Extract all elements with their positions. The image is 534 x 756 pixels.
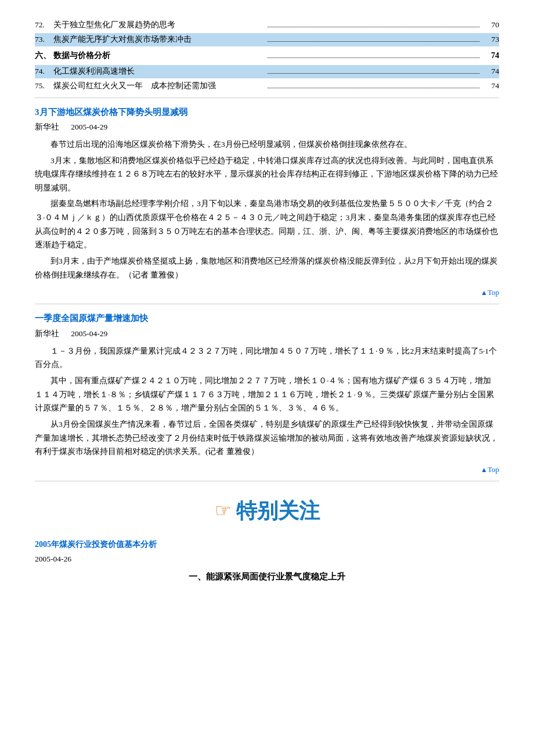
toc-section-six: 六、 数据与价格分析 74 bbox=[35, 49, 499, 63]
special-article-title: 2005年煤炭行业投资价值基本分析 bbox=[35, 538, 499, 552]
toc-item-74: 74. 化工煤炭利润高速增长 74 bbox=[35, 65, 499, 78]
toc-title-72: 关于独立型焦化厂发展趋势的思考 bbox=[53, 19, 265, 32]
toc-number-75: 75. bbox=[35, 80, 53, 93]
toc-page-73: 73 bbox=[482, 33, 499, 46]
article-source-2: 新华社 2005-04-29 bbox=[35, 327, 499, 341]
toc-page-75: 74 bbox=[482, 80, 499, 93]
special-notice-section: ☞ 特别关注 bbox=[35, 493, 499, 528]
article-para-2-1: 其中，国有重点煤矿产煤２４２１０万吨，同比增加２２７７万吨，增长１０·４％；国有… bbox=[35, 374, 499, 415]
top-arrow-1: ▲ bbox=[481, 289, 488, 297]
toc-title-73: 焦炭产能无序扩大对焦炭市场带来冲击 bbox=[53, 33, 265, 46]
toc-title-74: 化工煤炭利润高速增长 bbox=[53, 65, 265, 78]
toc-item-72: 72. 关于独立型焦化厂发展趋势的思考 70 bbox=[35, 19, 499, 32]
top-anchor-2[interactable]: Top bbox=[488, 465, 499, 474]
divider-1 bbox=[35, 98, 499, 98]
toc-number-72: 72. bbox=[35, 19, 53, 32]
toc-number-six: 六、 bbox=[35, 49, 53, 63]
article-body-2: １－３月份，我国原煤产量累计完成４２３２７万吨，同比增加４５０７万吨，增长了１１… bbox=[35, 344, 499, 459]
top-arrow-2: ▲ bbox=[481, 466, 488, 474]
divider-2 bbox=[35, 304, 499, 304]
top-link-1[interactable]: ▲Top bbox=[35, 286, 499, 299]
special-article-date: 2005-04-26 bbox=[35, 553, 499, 566]
article-para-2-2: 从3月份全国煤炭生产情况来看，春节过后，全国各类煤矿，特别是乡镇煤矿的原煤生产已… bbox=[35, 417, 499, 459]
toc-dots-six bbox=[268, 57, 479, 58]
toc-item-75: 75. 煤炭公司红红火火又一年 成本控制还需加强 74 bbox=[35, 80, 499, 93]
special-article-block: 2005年煤炭行业投资价值基本分析 2005-04-26 一、能源紧张局面使行业… bbox=[35, 538, 499, 584]
article-date-1: 2005-04-29 bbox=[71, 123, 107, 131]
toc-dots-75 bbox=[268, 88, 479, 88]
special-notice-icon: ☞ bbox=[215, 495, 232, 526]
toc-page-74: 74 bbox=[482, 65, 499, 78]
article-para-1-1: 3月末，集散地区和消费地区煤炭价格似乎已经趋于稳定，中转港口煤炭库存过高的状况也… bbox=[35, 154, 499, 195]
toc-number-74: 74. bbox=[35, 65, 53, 78]
toc-page-six: 74 bbox=[482, 49, 499, 63]
top-anchor-1[interactable]: Top bbox=[488, 288, 499, 297]
top-link-2[interactable]: ▲Top bbox=[35, 463, 499, 476]
article-para-2-0: １－３月份，我国原煤产量累计完成４２３２７万吨，同比增加４５０７万吨，增长了１１… bbox=[35, 344, 499, 372]
divider-3 bbox=[35, 481, 499, 481]
special-notice-title: 特别关注 bbox=[236, 493, 320, 528]
article-para-1-2: 据秦皇岛燃料市场副总经理李学刚介绍，3月下旬以来，秦皇岛港市场交易的收到基低位发… bbox=[35, 197, 499, 252]
special-notice-banner: ☞ 特别关注 bbox=[35, 493, 499, 528]
toc-dots-72 bbox=[268, 27, 479, 27]
toc-title-six: 数据与价格分析 bbox=[53, 49, 265, 63]
article-title-1: 3月下游地区煤炭价格下降势头明显减弱 bbox=[35, 105, 499, 120]
article-source-1: 新华社 2005-04-29 bbox=[35, 121, 499, 134]
article-title-2: 一季度全国原煤产量增速加快 bbox=[35, 311, 499, 326]
toc-title-75: 煤炭公司红红火火又一年 成本控制还需加强 bbox=[53, 80, 265, 93]
toc-section: 72. 关于独立型焦化厂发展趋势的思考 70 73. 焦炭产能无序扩大对焦炭市场… bbox=[35, 19, 499, 93]
article-para-1-3: 到3月末，由于产地煤炭价格坚挺或上扬，集散地区和消费地区已经滑落的煤炭价格没能反… bbox=[35, 254, 499, 282]
article-source-name-2: 新华社 bbox=[35, 329, 59, 338]
article-source-name-1: 新华社 bbox=[35, 123, 59, 131]
toc-number-73: 73. bbox=[35, 33, 53, 46]
toc-dots-73 bbox=[268, 41, 479, 42]
article-date-2: 2005-04-29 bbox=[71, 329, 107, 338]
special-subtitle: 一、能源紧张局面使行业景气度稳定上升 bbox=[35, 570, 499, 585]
toc-dots-74 bbox=[268, 73, 479, 74]
toc-page-72: 70 bbox=[482, 19, 499, 32]
article-section-1: 3月下游地区煤炭价格下降势头明显减弱 新华社 2005-04-29 春节过后出现… bbox=[35, 105, 499, 300]
article-para-1-0: 春节过后出现的沿海地区煤炭价格下滑势头，在3月份已经明显减弱，但煤炭价格倒挂现象… bbox=[35, 138, 499, 152]
article-section-2: 一季度全国原煤产量增速加快 新华社 2005-04-29 １－３月份，我国原煤产… bbox=[35, 311, 499, 476]
toc-item-73: 73. 焦炭产能无序扩大对焦炭市场带来冲击 73 bbox=[35, 33, 499, 46]
article-body-1: 春节过后出现的沿海地区煤炭价格下滑势头，在3月份已经明显减弱，但煤炭价格倒挂现象… bbox=[35, 138, 499, 282]
